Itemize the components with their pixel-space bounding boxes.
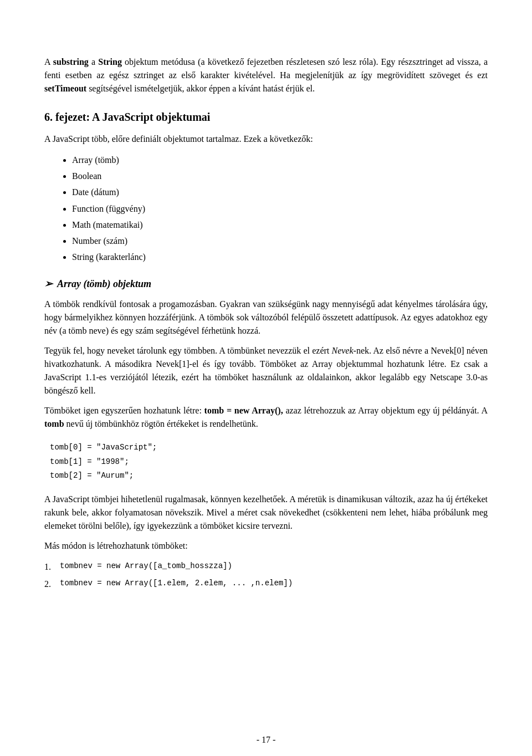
page: A substring a String objektum metódusa (… — [0, 22, 532, 756]
arrow-right-icon: ➢ — [44, 278, 53, 290]
paragraph-6: Más módon is létrehozhatunk tömböket: — [44, 539, 488, 553]
array-heading-text: Array (tömb) objektum — [57, 278, 151, 290]
item-code: tombnev = new Array([1.elem, 2.elem, ...… — [60, 576, 293, 592]
item-code: tombnev = new Array([a_tomb_hosszza]) — [60, 559, 232, 575]
list-item: Boolean — [72, 168, 488, 183]
list-item: String (karakterlánc) — [72, 249, 488, 264]
code-line: tomb[2] = "Aurum"; — [50, 469, 488, 483]
list-item: Array (tömb) — [72, 152, 488, 167]
page-footer: - 17 - — [44, 735, 488, 745]
paragraph-2: A JavaScript több, előre definiált objek… — [44, 132, 488, 146]
list-item: Number (szám) — [72, 233, 488, 248]
numbered-item-1: 1. tombnev = new Array([a_tomb_hosszza]) — [44, 559, 488, 575]
array-section-heading: ➢ Array (tömb) objektum — [44, 278, 488, 290]
paragraph-5: A JavaScript tömbjei hihetetlenül rugalm… — [44, 493, 488, 533]
list-item: Date (dátum) — [72, 185, 488, 200]
list-item: Function (függvény) — [72, 201, 488, 216]
objects-list: Array (tömb) Boolean Date (dátum) Functi… — [72, 152, 488, 264]
item-number: 1. — [44, 559, 55, 575]
code-block-1: tomb[0] = "JavaScript"; tomb[1] = "1998"… — [44, 441, 488, 483]
paragraph-3: A tömbök rendkívül fontosak a progamozás… — [44, 298, 488, 338]
chapter-heading: 6. fejezet: A JavaScript objektumai — [44, 111, 488, 124]
numbered-list: 1. tombnev = new Array([a_tomb_hosszza])… — [44, 559, 488, 592]
paragraph-4b: Tömböket igen egyszerűen hozhatunk létre… — [44, 404, 488, 431]
list-item: Math (matematikai) — [72, 217, 488, 232]
content: A substring a String objektum metódusa (… — [44, 55, 488, 713]
numbered-item-2: 2. tombnev = new Array([1.elem, 2.elem, … — [44, 576, 488, 592]
page-number: - 17 - — [257, 735, 276, 744]
item-number: 2. — [44, 576, 55, 592]
code-line: tomb[1] = "1998"; — [50, 455, 488, 469]
paragraph-4: Tegyük fel, hogy neveket tárolunk egy tö… — [44, 344, 488, 397]
code-line: tomb[0] = "JavaScript"; — [50, 441, 488, 454]
paragraph-1: A substring a String objektum metódusa (… — [44, 55, 488, 95]
